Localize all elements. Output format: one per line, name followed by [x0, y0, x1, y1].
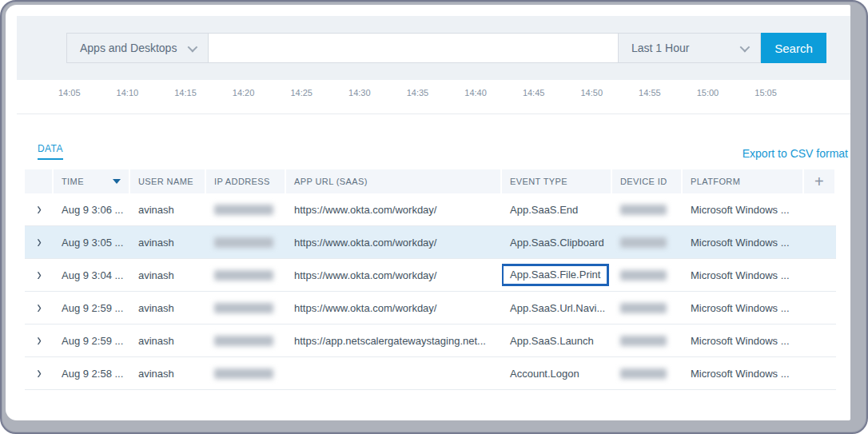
redacted-blur: [214, 237, 273, 248]
table-body: › Aug 9 3:06 ... avinash https://www.okt…: [25, 193, 836, 390]
cell-event: Account.Logon: [502, 357, 612, 389]
search-section: Apps and Desktops Last 1 Hour Search: [17, 16, 850, 80]
cell-time: Aug 9 3:06 ...: [54, 193, 130, 225]
header-event-type[interactable]: EVENT TYPE: [502, 169, 612, 193]
cell-url: [286, 357, 502, 389]
cell-platform: Microsoft Windows ...: [683, 325, 804, 356]
cell-time: Aug 9 3:05 ...: [54, 226, 130, 258]
cell-user: avinash: [130, 226, 206, 258]
timeline-axis: 14:05 14:10 14:15 14:20 14:25 14:30 14:3…: [58, 88, 777, 98]
row-expand-icon[interactable]: ›: [37, 332, 42, 348]
timeline-tick: 15:00: [697, 88, 719, 98]
timeline-tick: 14:25: [290, 88, 313, 98]
cell-ip-redacted: [206, 259, 286, 291]
data-header-row: DATA Export to CSV format: [38, 143, 848, 160]
redacted-blur: [214, 336, 273, 346]
table-row-selected[interactable]: › Aug 9 3:05 ... avinash https://www.okt…: [25, 226, 836, 259]
cell-device-redacted: [612, 259, 683, 291]
tab-data[interactable]: DATA: [38, 143, 63, 160]
table-row[interactable]: › Aug 9 2:59 ... avinash https://app.net…: [25, 325, 836, 357]
cell-platform: Microsoft Windows ...: [683, 357, 804, 389]
header-add-column[interactable]: +: [804, 169, 834, 193]
chevron-down-icon: [740, 42, 751, 52]
search-bar: Apps and Desktops Last 1 Hour Search: [66, 33, 826, 63]
timeline-tick: 14:50: [580, 88, 603, 98]
app-canvas: Apps and Desktops Last 1 Hour Search 14:…: [6, 5, 850, 420]
category-dropdown-label: Apps and Desktops: [80, 42, 177, 54]
cell-time: Aug 9 2:58 ...: [54, 357, 130, 389]
cell-device-redacted: [612, 325, 683, 356]
row-expand-icon[interactable]: ›: [37, 266, 42, 283]
cell-event: App.SaaS.Launch: [502, 325, 612, 356]
cell-time: Aug 9 2:59 ...: [54, 325, 130, 356]
cell-device-redacted: [612, 193, 683, 225]
cell-event: App.SaaS.Url.Navi...: [502, 292, 612, 324]
redacted-blur: [620, 237, 667, 248]
cell-url: https://www.okta.com/workday/: [286, 226, 502, 258]
redacted-blur: [620, 303, 667, 313]
cell-ip-redacted: [206, 193, 286, 225]
cell-platform: Microsoft Windows ...: [683, 226, 804, 258]
redacted-blur: [620, 368, 667, 379]
cell-ip-redacted: [206, 226, 286, 258]
timeline-tick: 14:40: [464, 88, 487, 98]
search-input[interactable]: [209, 33, 619, 63]
table-row[interactable]: › Aug 9 2:58 ... avinash Account.Logon M…: [25, 357, 836, 390]
table-row[interactable]: › Aug 9 3:06 ... avinash https://www.okt…: [25, 193, 836, 226]
add-column-icon[interactable]: +: [814, 173, 824, 189]
cell-url: https://app.netscalergatewaystaging.net.…: [286, 325, 502, 356]
header-app-url[interactable]: APP URL (SAAS): [286, 169, 502, 193]
timeline-tick: 14:10: [117, 88, 139, 98]
cell-user: avinash: [130, 357, 206, 389]
search-button[interactable]: Search: [761, 33, 826, 63]
cell-ip-redacted: [206, 357, 286, 389]
timeline-tick: 14:05: [58, 88, 81, 98]
row-expand-icon[interactable]: ›: [37, 364, 42, 381]
sort-desc-icon[interactable]: [113, 179, 121, 184]
header-expand: [25, 169, 54, 193]
cell-event: App.SaaS.Clipboard: [502, 226, 612, 258]
row-expand-icon[interactable]: ›: [37, 201, 42, 217]
cell-user: avinash: [130, 193, 206, 225]
events-table: TIME USER NAME IP ADDRESS APP URL (SAAS)…: [25, 169, 836, 390]
header-platform[interactable]: PLATFORM: [683, 169, 804, 193]
header-ip-address[interactable]: IP ADDRESS: [206, 169, 286, 193]
timeline-tick: 15:05: [755, 88, 777, 98]
row-expand-icon[interactable]: ›: [37, 233, 42, 250]
cell-device-redacted: [612, 292, 683, 324]
time-range-label: Last 1 Hour: [631, 42, 689, 54]
cell-time: Aug 9 3:04 ...: [54, 259, 130, 291]
redacted-blur: [214, 205, 273, 215]
cell-platform: Microsoft Windows ...: [683, 292, 804, 324]
timeline-tick: 14:30: [348, 88, 371, 98]
table-header-row: TIME USER NAME IP ADDRESS APP URL (SAAS)…: [25, 169, 836, 193]
cell-user: avinash: [130, 325, 206, 356]
cell-ip-redacted: [206, 292, 286, 324]
header-device-id[interactable]: DEVICE ID: [612, 169, 683, 193]
header-time[interactable]: TIME: [54, 169, 130, 193]
timeline-tick: 14:15: [174, 88, 197, 98]
redacted-blur: [214, 270, 273, 281]
timeline-tick: 14:35: [407, 88, 429, 98]
redacted-blur: [620, 270, 667, 281]
cell-event: App.SaaS.End: [502, 193, 612, 225]
redacted-blur: [214, 368, 273, 379]
redacted-blur: [620, 205, 667, 215]
chevron-down-icon: [188, 42, 198, 52]
window-frame: Apps and Desktops Last 1 Hour Search 14:…: [0, 0, 868, 434]
redacted-blur: [214, 303, 273, 313]
cell-ip-redacted: [206, 325, 286, 356]
header-user-name[interactable]: USER NAME: [130, 169, 206, 193]
category-dropdown[interactable]: Apps and Desktops: [66, 33, 209, 63]
row-expand-icon[interactable]: ›: [37, 299, 42, 316]
cell-device-redacted: [612, 226, 683, 258]
cell-event-highlight-box: App.SaaS.File.Print: [502, 259, 612, 291]
export-csv-link[interactable]: Export to CSV format: [743, 147, 848, 160]
cell-url: https://www.okta.com/workday/: [286, 292, 502, 324]
time-range-dropdown[interactable]: Last 1 Hour: [619, 33, 761, 63]
timeline-divider: [17, 113, 850, 114]
table-row[interactable]: › Aug 9 2:59 ... avinash https://www.okt…: [25, 292, 836, 325]
table-row[interactable]: › Aug 9 3:04 ... avinash https://www.okt…: [25, 259, 836, 292]
cell-url: https://www.okta.com/workday/: [286, 193, 502, 225]
timeline-tick: 14:55: [639, 88, 661, 98]
